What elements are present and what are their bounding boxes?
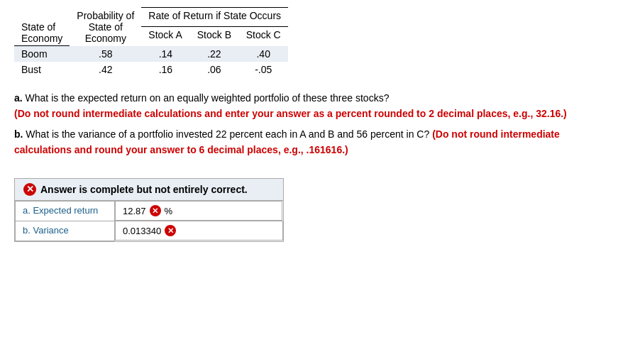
state-bust: Bust <box>14 62 70 77</box>
q-a-bold: (Do not round intermediate calculations … <box>14 108 567 119</box>
answer-row-b: b. Variance 0.013340 ✕ <box>16 221 283 241</box>
answer-header: ✕ Answer is complete but not entirely co… <box>15 179 283 201</box>
answer-b-label: b. Variance <box>16 221 115 241</box>
answer-b-error-icon: ✕ <box>165 225 176 236</box>
a-bust: .16 <box>141 62 189 77</box>
col2-header2: State of <box>89 21 123 33</box>
data-table: State of Economy Probability of State of… <box>14 7 604 77</box>
answer-b-value: 0.013340 <box>123 226 161 236</box>
answer-row-a: a. Expected return 12.87 ✕ % <box>16 201 283 221</box>
a-boom: .14 <box>141 46 189 62</box>
rate-header: Rate of Return if State Occurs <box>148 10 281 21</box>
col1-header2: Economy <box>21 33 62 44</box>
b-boom: .22 <box>189 46 238 62</box>
prob-bust: .42 <box>70 62 141 77</box>
table-row: Bust .42 .16 .06 -.05 <box>14 62 288 77</box>
table-row: Boom .58 .14 .22 .40 <box>14 46 288 62</box>
stock-a-header: Stock A <box>141 27 189 46</box>
answer-a-label: a. Expected return <box>16 201 115 221</box>
c-bust: -.05 <box>238 62 288 77</box>
q-b-prefix: b. <box>14 128 23 140</box>
b-bust: .06 <box>189 62 238 77</box>
q-a-text: What is the expected return on an equall… <box>23 92 390 104</box>
answer-box: ✕ Answer is complete but not entirely co… <box>14 178 284 242</box>
col1-header1: State of <box>21 21 55 33</box>
answer-a-unit: % <box>165 206 173 216</box>
answer-status-icon: ✕ <box>23 183 36 196</box>
questions-section: a. What is the expected return on an equ… <box>14 90 604 158</box>
col2-header3: Economy <box>85 33 126 44</box>
state-boom: Boom <box>14 46 70 62</box>
answer-table: a. Expected return 12.87 ✕ % b. Variance… <box>15 201 283 241</box>
col2-header1: Probability of <box>77 10 134 21</box>
q-a-prefix: a. <box>14 92 23 104</box>
c-boom: .40 <box>238 46 288 62</box>
answer-a-value: 12.87 <box>123 206 146 216</box>
q-b-text: What is the variance of a portfolio inve… <box>23 128 429 140</box>
prob-boom: .58 <box>70 46 141 62</box>
answer-header-text: Answer is complete but not entirely corr… <box>40 184 248 195</box>
stock-b-header: Stock B <box>189 27 238 46</box>
stock-c-header: Stock C <box>238 27 288 46</box>
answer-a-error-icon: ✕ <box>150 205 161 216</box>
